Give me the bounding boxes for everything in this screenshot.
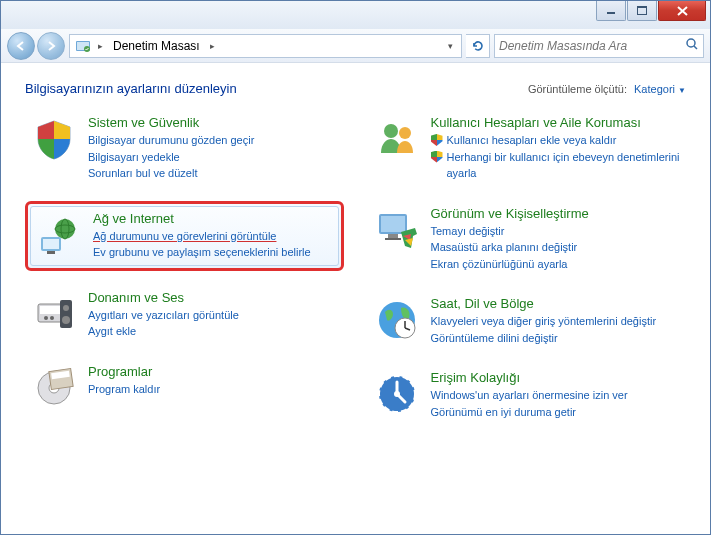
breadcrumb-control-panel[interactable]: Denetim Masası <box>107 35 206 57</box>
svg-rect-0 <box>607 12 615 14</box>
category-body: Görünüm ve KişiselleştirmeTemayı değişti… <box>431 206 682 273</box>
navigation-bar: ▸ Denetim Masası ▸ ▾ <box>1 29 710 63</box>
category-link[interactable]: Görüntüleme dilini değiştir <box>431 330 682 347</box>
category-title[interactable]: Kullanıcı Hesapları ve Aile Koruması <box>431 115 682 130</box>
category-link[interactable]: Görünümü en iyi duruma getir <box>431 404 682 421</box>
search-icon[interactable] <box>685 37 699 55</box>
category-link[interactable]: Bilgisayarı yedekle <box>88 149 339 166</box>
svg-point-19 <box>63 305 69 311</box>
svg-point-8 <box>55 219 75 239</box>
category-body: Kullanıcı Hesapları ve Aile KorumasıKull… <box>431 115 682 182</box>
category-link[interactable]: Ağ durumunu ve görevlerini görüntüle <box>93 228 334 245</box>
control-panel-window: ▸ Denetim Masası ▸ ▾ Bilgisayarınızın ay… <box>0 0 711 535</box>
view-by-label: Görüntüleme ölçütü: <box>528 83 627 95</box>
category-body: Ağ ve InternetAğ durumunu ve görevlerini… <box>93 211 334 261</box>
minimize-button[interactable] <box>596 1 626 21</box>
category-link[interactable]: Aygıt ekle <box>88 323 339 340</box>
maximize-button[interactable] <box>627 1 657 21</box>
svg-rect-29 <box>388 234 398 238</box>
svg-point-20 <box>62 316 70 324</box>
appearance-icon <box>373 206 421 254</box>
highlight-box: Ağ ve InternetAğ durumunu ve görevlerini… <box>25 201 344 271</box>
category-link[interactable]: Ekran çözünürlüğünü ayarla <box>431 256 682 273</box>
category-title[interactable]: Ağ ve Internet <box>93 211 334 226</box>
category-title[interactable]: Saat, Dil ve Bölge <box>431 296 682 311</box>
svg-rect-15 <box>40 306 62 314</box>
programs-icon <box>30 364 78 412</box>
address-dropdown-icon[interactable]: ▾ <box>441 41 459 51</box>
network-internet-icon <box>35 211 83 259</box>
svg-line-7 <box>694 46 697 49</box>
category-body: Sistem ve GüvenlikBilgisayar durumunu gö… <box>88 115 339 182</box>
svg-rect-12 <box>43 239 59 249</box>
category-ease-of-access: Erişim KolaylığıWindows'un ayarları öner… <box>368 365 687 425</box>
svg-point-6 <box>687 39 695 47</box>
category-hardware-sound: Donanım ve SesAygıtları ve yazıcıları gö… <box>25 285 344 345</box>
nav-buttons <box>7 32 65 60</box>
category-clock-region: Saat, Dil ve BölgeKlavyeleri veya diğer … <box>368 291 687 351</box>
content-area: Bilgisayarınızın ayarlarını düzenleyin G… <box>1 63 710 534</box>
category-link[interactable]: Ev grubunu ve paylaşım seçeneklerini bel… <box>93 244 334 261</box>
view-by-dropdown[interactable]: Kategori ▼ <box>634 83 686 95</box>
category-link[interactable]: Temayı değiştir <box>431 223 682 240</box>
svg-point-16 <box>44 316 48 320</box>
category-body: Donanım ve SesAygıtları ve yazıcıları gö… <box>88 290 339 340</box>
chevron-down-icon: ▼ <box>678 86 686 95</box>
breadcrumb-chevron-icon[interactable]: ▸ <box>206 41 219 51</box>
hardware-sound-icon <box>30 290 78 338</box>
close-button[interactable] <box>658 1 706 21</box>
svg-point-17 <box>50 316 54 320</box>
category-link[interactable]: Sorunları bul ve düzelt <box>88 165 339 182</box>
category-link[interactable]: Bilgisayar durumunu gözden geçir <box>88 132 339 149</box>
category-network-internet: Ağ ve InternetAğ durumunu ve görevlerini… <box>30 206 339 266</box>
view-by: Görüntüleme ölçütü: Kategori ▼ <box>528 83 686 95</box>
category-appearance: Görünüm ve KişiselleştirmeTemayı değişti… <box>368 201 687 278</box>
clock-region-icon <box>373 296 421 344</box>
category-body: ProgramlarProgram kaldır <box>88 364 339 412</box>
search-input[interactable] <box>499 39 685 53</box>
category-title[interactable]: Programlar <box>88 364 339 379</box>
left-column: Sistem ve GüvenlikBilgisayar durumunu gö… <box>25 110 344 425</box>
category-link[interactable]: Kullanıcı hesapları ekle veya kaldır <box>431 132 682 149</box>
svg-point-37 <box>394 391 400 397</box>
category-title[interactable]: Sistem ve Güvenlik <box>88 115 339 130</box>
svg-rect-13 <box>47 251 55 254</box>
category-link[interactable]: Program kaldır <box>88 381 339 398</box>
control-panel-icon <box>74 37 92 55</box>
svg-rect-28 <box>381 216 405 232</box>
breadcrumb-chevron-icon[interactable]: ▸ <box>94 41 107 51</box>
category-title[interactable]: Görünüm ve Kişiselleştirme <box>431 206 682 221</box>
system-security-icon <box>30 115 78 163</box>
category-body: Erişim KolaylığıWindows'un ayarları öner… <box>431 370 682 420</box>
content-header: Bilgisayarınızın ayarlarını düzenleyin G… <box>25 81 686 96</box>
category-link[interactable]: Windows'un ayarları önermesine izin ver <box>431 387 682 404</box>
category-title[interactable]: Donanım ve Ses <box>88 290 339 305</box>
svg-point-26 <box>399 127 411 139</box>
category-body: Saat, Dil ve BölgeKlavyeleri veya diğer … <box>431 296 682 346</box>
category-user-accounts: Kullanıcı Hesapları ve Aile KorumasıKull… <box>368 110 687 187</box>
user-accounts-icon <box>373 115 421 163</box>
address-bar[interactable]: ▸ Denetim Masası ▸ ▾ <box>69 34 462 58</box>
category-title[interactable]: Erişim Kolaylığı <box>431 370 682 385</box>
back-button[interactable] <box>7 32 35 60</box>
forward-button[interactable] <box>37 32 65 60</box>
category-link[interactable]: Herhangi bir kullanıcı için ebeveyn dene… <box>431 149 682 182</box>
refresh-button[interactable] <box>466 34 490 58</box>
page-title: Bilgisayarınızın ayarlarını düzenleyin <box>25 81 237 96</box>
svg-rect-2 <box>637 6 647 8</box>
category-link[interactable]: Aygıtları ve yazıcıları görüntüle <box>88 307 339 324</box>
category-link[interactable]: Klavyeleri veya diğer giriş yöntemlerini… <box>431 313 682 330</box>
ease-of-access-icon <box>373 370 421 418</box>
category-link[interactable]: Masaüstü arka planını değiştir <box>431 239 682 256</box>
search-box[interactable] <box>494 34 704 58</box>
svg-point-25 <box>384 124 398 138</box>
category-system-security: Sistem ve GüvenlikBilgisayar durumunu gö… <box>25 110 344 187</box>
titlebar <box>1 1 710 29</box>
right-column: Kullanıcı Hesapları ve Aile KorumasıKull… <box>368 110 687 425</box>
category-columns: Sistem ve GüvenlikBilgisayar durumunu gö… <box>25 110 686 425</box>
category-programs: ProgramlarProgram kaldır <box>25 359 344 417</box>
svg-rect-30 <box>385 238 401 240</box>
